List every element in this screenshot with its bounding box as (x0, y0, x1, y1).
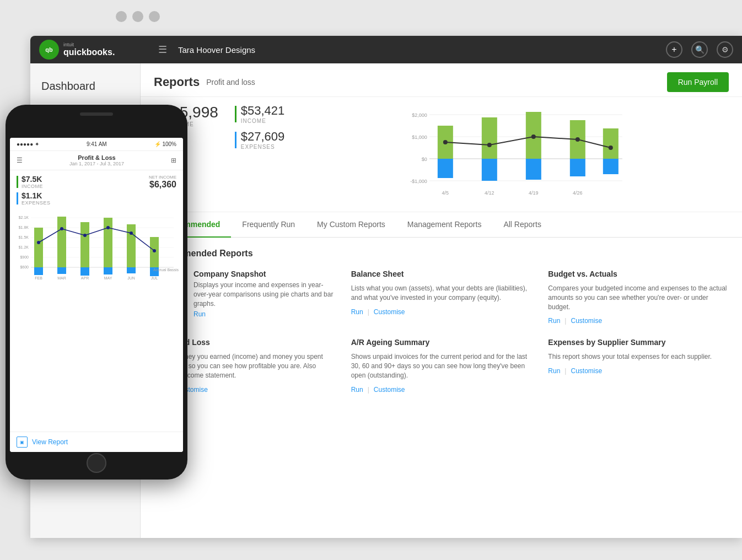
svg-text:MAY: MAY (104, 276, 112, 280)
main-content: Reports Profit and loss Run Payroll $505… (141, 63, 742, 538)
phone-income-expenses: $7.5K INCOME $1.1K EXPENSES (17, 175, 51, 206)
customise-link-balance[interactable]: Customise (374, 308, 405, 316)
phone-income-row: $7.5K INCOME (17, 175, 51, 189)
svg-text:$2.1K: $2.1K (19, 216, 29, 219)
report-actions: Run (193, 310, 335, 318)
phone-grid-icon[interactable]: ⊞ (171, 157, 176, 164)
add-button[interactable]: + (666, 41, 682, 58)
income-value: $53,421 (241, 104, 285, 118)
intuit-label: intuit (63, 42, 115, 47)
report-actions: Run | Customise (548, 317, 729, 325)
phone-net-income-val: $6,360 (51, 180, 176, 190)
run-payroll-button[interactable]: Run Payroll (667, 72, 729, 92)
svg-text:JUL: JUL (151, 276, 158, 280)
svg-point-55 (130, 231, 133, 235)
phone-notch (80, 112, 113, 116)
phone-expenses-row: $1.1K EXPENSES (17, 191, 51, 206)
income-bar-indicator (235, 106, 236, 122)
separator: | (368, 308, 369, 316)
settings-button[interactable]: ⚙ (717, 41, 733, 58)
expenses-label: EXPENSES (241, 144, 285, 150)
phone-income-val: $7.5K (21, 175, 43, 184)
chart-area: $505,998 NET INCOME $53,421 INCOME (141, 97, 742, 212)
phone-body: ●●●●● ✦ 9:41 AM ⚡ 100% ☰ Profit & Loss J… (6, 105, 187, 480)
phone-expenses-data: $1.1K EXPENSES (21, 191, 51, 206)
customise-link-ar[interactable]: Customise (374, 386, 405, 394)
phone-home-button[interactable] (87, 453, 106, 473)
hamburger-icon[interactable]: ☰ (158, 44, 167, 56)
report-desc: Lists what you own (assets), what your d… (351, 284, 532, 303)
svg-text:4/19: 4/19 (529, 190, 539, 196)
reports-subtitle: Profit and loss (206, 78, 255, 87)
svg-point-52 (60, 227, 63, 230)
phone-view-report-bar[interactable]: ▣ View Report (10, 432, 183, 452)
tab-all-reports[interactable]: All Reports (492, 212, 552, 238)
run-link-budget[interactable]: Run (548, 317, 560, 325)
phone-view-report-text[interactable]: View Report (32, 438, 68, 446)
svg-text:$2,000: $2,000 (412, 112, 428, 118)
search-button[interactable]: 🔍 (691, 41, 708, 58)
top-navigation: qb intuit quickbooks. ☰ Tara Hoover Desi… (30, 36, 742, 63)
svg-point-19 (487, 143, 492, 147)
svg-rect-49 (127, 267, 136, 273)
svg-rect-14 (482, 159, 497, 181)
phone-time: 9:41 AM (87, 141, 107, 147)
svg-text:FEB: FEB (35, 276, 42, 280)
tab-management-reports[interactable]: Management Reports (396, 212, 493, 238)
svg-text:$1.2K: $1.2K (19, 245, 29, 249)
svg-text:4/12: 4/12 (485, 190, 494, 196)
svg-text:APR: APR (81, 276, 89, 280)
phone-signal: ●●●●● ✦ (17, 141, 39, 147)
window-control-red[interactable] (116, 11, 127, 22)
customise-link-budget[interactable]: Customise (571, 317, 602, 325)
svg-rect-46 (57, 267, 66, 274)
svg-point-53 (83, 234, 87, 237)
svg-point-54 (106, 226, 110, 229)
expenses-info: $27,609 EXPENSES (241, 130, 285, 150)
svg-text:4/5: 4/5 (442, 190, 449, 196)
run-link-ar[interactable]: Run (351, 386, 363, 394)
phone-expenses-val: $1.1K (21, 191, 51, 200)
run-link-expenses[interactable]: Run (548, 367, 560, 375)
report-desc: Compares your budgeted income and expens… (548, 284, 729, 311)
nav-icons: + 🔍 ⚙ (666, 41, 733, 58)
report-name: A/R Ageing Summary (351, 338, 532, 347)
svg-text:$1.8K: $1.8K (19, 225, 29, 229)
view-report-icon: ▣ (17, 437, 28, 448)
logo-area: qb intuit quickbooks. (39, 40, 149, 60)
income-expenses-block: $53,421 INCOME $27,609 EXPENSES (235, 104, 285, 150)
tab-custom-reports[interactable]: My Custom Reports (306, 212, 396, 238)
svg-rect-45 (34, 267, 43, 275)
sidebar-dashboard[interactable]: Dashboard (30, 74, 140, 104)
income-info: $53,421 INCOME (241, 104, 285, 124)
report-desc: Displays your income and expenses in yea… (193, 281, 335, 308)
phone-income-indicator (17, 176, 18, 188)
report-name: Balance Sheet (351, 270, 532, 278)
svg-rect-42 (104, 218, 112, 267)
income-row: $53,421 INCOME (235, 104, 285, 124)
bar-chart-container: $2,000 $1,000 $0 -$1,000 (307, 104, 729, 205)
svg-rect-12 (603, 128, 619, 159)
run-link-balance[interactable]: Run (351, 308, 363, 316)
customise-link-expenses[interactable]: Customise (571, 367, 602, 375)
expenses-row: $27,609 EXPENSES (235, 130, 285, 150)
report-card-balance-sheet: Balance Sheet Lists what you own (assets… (351, 270, 532, 325)
svg-text:$600: $600 (20, 265, 29, 269)
report-name: Expenses by Supplier Summary (548, 338, 729, 347)
svg-rect-40 (57, 217, 66, 267)
svg-text:-$1,000: -$1,000 (411, 179, 428, 184)
phone-overlay: ●●●●● ✦ 9:41 AM ⚡ 100% ☰ Profit & Loss J… (0, 105, 198, 491)
report-card-ar-ageing: A/R Ageing Summary Shows unpaid invoices… (351, 338, 532, 393)
report-actions: Run | Customise (548, 367, 729, 375)
window-control-green[interactable] (149, 11, 160, 22)
window-control-yellow[interactable] (132, 11, 143, 22)
separator: | (564, 367, 566, 375)
separator: | (368, 386, 369, 394)
section-heading: Recommended Reports (154, 249, 729, 259)
svg-rect-48 (104, 267, 112, 274)
phone-hamburger-icon[interactable]: ☰ (17, 157, 23, 164)
tabs-bar: Recommended Frequently Run My Custom Rep… (141, 212, 742, 238)
phone-nav-bar: ☰ Profit & Loss Jan 1, 2017 - Jul 3, 201… (10, 151, 183, 170)
tab-frequently-run[interactable]: Frequently Run (231, 212, 306, 238)
svg-rect-13 (438, 159, 453, 178)
